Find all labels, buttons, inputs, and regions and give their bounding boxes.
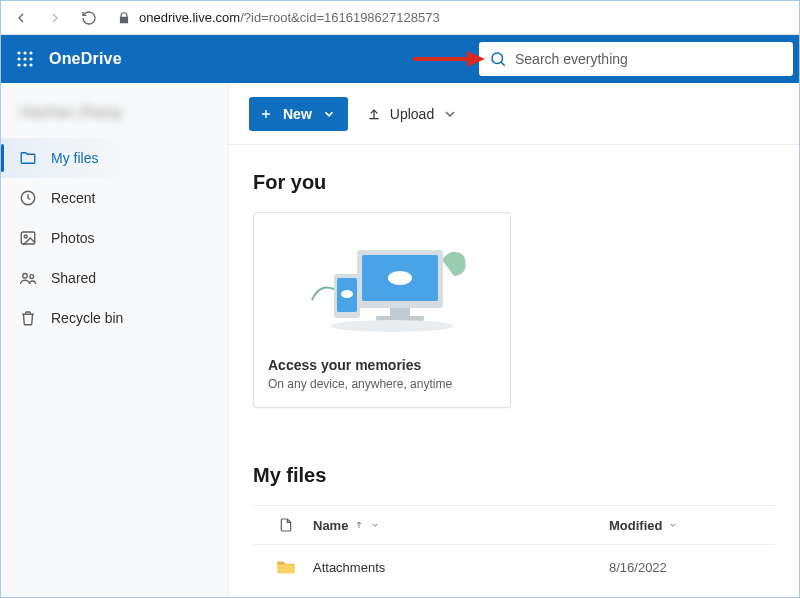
search-icon [489, 50, 507, 68]
svg-rect-21 [390, 308, 410, 316]
sidebar-item-label: Shared [51, 270, 96, 286]
back-button[interactable] [7, 4, 35, 32]
svg-point-0 [17, 51, 20, 54]
svg-point-15 [24, 235, 27, 238]
clock-icon [19, 189, 37, 207]
folder-outline-icon [19, 149, 37, 167]
svg-point-16 [23, 274, 28, 279]
reload-button[interactable] [75, 4, 103, 32]
command-bar: New Upload [229, 83, 799, 145]
svg-rect-14 [21, 232, 35, 244]
file-modified: 8/16/2022 [609, 560, 667, 575]
svg-point-6 [17, 63, 20, 66]
waffle-icon [16, 50, 34, 68]
search-box[interactable] [479, 42, 793, 76]
card-title: Access your memories [268, 357, 496, 373]
card-subtitle: On any device, anywhere, anytime [268, 377, 496, 391]
address-bar[interactable]: onedrive.live.com/?id=root&cid=161619862… [109, 4, 793, 32]
for-you-section: For you [253, 171, 775, 408]
upload-button-label: Upload [390, 106, 434, 122]
user-name: Xiaohan Zhang [1, 97, 228, 138]
lock-icon [117, 11, 131, 25]
file-name: Attachments [313, 560, 385, 575]
forward-button[interactable] [41, 4, 69, 32]
app-title[interactable]: OneDrive [49, 50, 122, 68]
browser-chrome: onedrive.live.com/?id=root&cid=161619862… [1, 1, 799, 35]
chevron-down-icon [442, 106, 458, 122]
column-modified-header[interactable]: Modified [609, 518, 769, 533]
svg-point-20 [388, 271, 412, 285]
chevron-down-icon [370, 520, 380, 530]
table-row[interactable]: Attachments 8/16/2022 [253, 545, 775, 589]
my-files-heading: My files [253, 464, 775, 487]
sidebar: Xiaohan Zhang My files Recent Photos [1, 83, 229, 597]
svg-point-3 [17, 57, 20, 60]
plus-icon [259, 107, 273, 121]
new-button-label: New [283, 106, 312, 122]
annotation-arrow [411, 49, 485, 69]
sidebar-item-label: Recent [51, 190, 95, 206]
svg-point-26 [330, 320, 454, 332]
svg-point-8 [29, 63, 32, 66]
upload-button[interactable]: Upload [366, 106, 458, 122]
trash-icon [19, 309, 37, 327]
svg-point-17 [30, 275, 34, 279]
app-header: OneDrive [1, 35, 799, 83]
column-name-header[interactable]: Name [313, 518, 609, 533]
column-type-icon[interactable] [259, 516, 313, 534]
search-input[interactable] [515, 51, 783, 67]
people-icon [19, 269, 37, 287]
upload-icon [366, 106, 382, 122]
svg-point-11 [492, 53, 503, 64]
sidebar-item-photos[interactable]: Photos [1, 218, 228, 258]
svg-point-2 [29, 51, 32, 54]
url-text: onedrive.live.com/?id=root&cid=161619862… [139, 10, 440, 25]
sidebar-item-label: My files [51, 150, 98, 166]
sidebar-item-label: Photos [51, 230, 95, 246]
app-launcher-button[interactable] [1, 35, 49, 83]
chevron-down-icon [668, 520, 678, 530]
svg-point-1 [23, 51, 26, 54]
for-you-heading: For you [253, 171, 775, 194]
sort-up-icon [354, 520, 364, 530]
svg-marker-10 [467, 51, 485, 67]
sidebar-item-recycle-bin[interactable]: Recycle bin [1, 298, 228, 338]
svg-point-7 [23, 63, 26, 66]
sidebar-item-shared[interactable]: Shared [1, 258, 228, 298]
for-you-card[interactable]: Access your memories On any device, anyw… [253, 212, 511, 408]
image-icon [19, 229, 37, 247]
column-modified-label: Modified [609, 518, 662, 533]
main-content: New Upload For you [229, 83, 799, 597]
memories-illustration [268, 225, 496, 345]
sidebar-item-my-files[interactable]: My files [1, 138, 228, 178]
column-name-label: Name [313, 518, 348, 533]
my-files-section: My files Name Modified [253, 464, 775, 589]
chevron-down-icon [322, 107, 336, 121]
sidebar-item-label: Recycle bin [51, 310, 123, 326]
files-table-header: Name Modified [253, 505, 775, 545]
svg-point-5 [29, 57, 32, 60]
svg-point-4 [23, 57, 26, 60]
folder-icon [276, 559, 296, 575]
svg-line-12 [501, 62, 505, 66]
sidebar-item-recent[interactable]: Recent [1, 178, 228, 218]
new-button[interactable]: New [249, 97, 348, 131]
svg-point-25 [341, 290, 353, 298]
file-icon [278, 516, 294, 534]
